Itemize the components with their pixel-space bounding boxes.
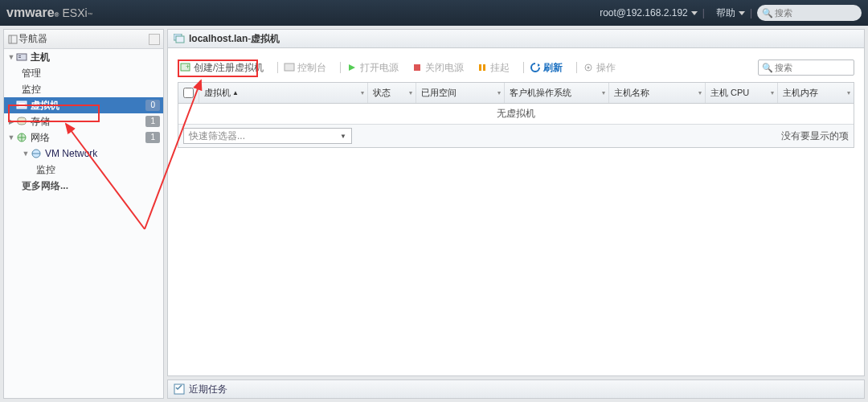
svg-rect-17 <box>479 64 481 71</box>
column-used-space[interactable]: 已用空间▾ <box>416 83 505 103</box>
help-label: 帮助 <box>716 6 735 20</box>
tree-vmnetwork-label: VM Network <box>45 148 97 159</box>
top-header: vmware® ESXi™ root@192.168.2.192 | 帮助 | … <box>0 0 868 26</box>
create-vm-button[interactable]: + 创建/注册虚拟机 <box>178 60 266 76</box>
tree-vm-badge: 0 <box>145 100 160 111</box>
power-off-button[interactable]: 关闭电源 <box>409 60 466 76</box>
svg-marker-15 <box>349 64 355 71</box>
tree-host-label: 主机 <box>31 51 50 64</box>
svg-rect-22 <box>174 384 184 394</box>
column-host-mem[interactable]: 主机内存▾ <box>778 83 854 103</box>
vm-search-input[interactable] <box>775 63 851 72</box>
tree-more-networks[interactable]: 更多网络... <box>4 178 163 194</box>
suspend-button[interactable]: 挂起 <box>474 60 512 76</box>
tree-vm-label: 虚拟机 <box>31 99 59 113</box>
gear-icon <box>583 62 594 73</box>
chevron-down-icon[interactable]: ▾ <box>409 89 412 96</box>
chevron-down-icon[interactable]: ▾ <box>771 89 774 96</box>
tree-host-monitor[interactable]: 监控 <box>4 81 163 97</box>
tree-storage[interactable]: ▶ 存储 1 <box>4 113 163 129</box>
main-panel: + 创建/注册虚拟机 控制台 打开电源 关闭电源 <box>167 48 865 376</box>
chevron-down-icon[interactable]: ▾ <box>602 89 605 96</box>
power-on-button[interactable]: 打开电源 <box>344 60 401 76</box>
chevron-down-icon[interactable]: ▾ <box>847 89 850 96</box>
global-search-input[interactable] <box>775 8 851 18</box>
column-status[interactable]: 状态▾ <box>368 83 416 103</box>
svg-rect-2 <box>17 54 27 60</box>
collapse-icon[interactable]: ▼ <box>22 150 30 158</box>
svg-rect-18 <box>483 64 485 71</box>
select-all-checkbox[interactable] <box>183 88 194 98</box>
vm-network-icon <box>30 148 43 159</box>
separator <box>340 62 341 73</box>
separator: | <box>702 7 705 18</box>
pin-icon[interactable] <box>149 34 160 45</box>
vm-group-icon <box>173 32 186 45</box>
create-vm-icon: + <box>180 62 191 73</box>
vm-icon <box>15 100 28 111</box>
power-on-label: 打开电源 <box>360 61 399 75</box>
column-checkbox[interactable] <box>178 83 199 103</box>
expand-icon[interactable]: ▶ <box>7 117 15 125</box>
svg-point-21 <box>588 67 590 69</box>
tree-network-badge: 1 <box>145 132 160 143</box>
vmware-logo: vmware® ESXi™ <box>6 6 93 20</box>
content-area: localhost.lan - 虚拟机 + 创建/注册虚拟机 控制台 打 <box>167 29 865 399</box>
svg-rect-4 <box>18 57 21 58</box>
stop-icon <box>411 62 423 73</box>
logo-vm: vm <box>6 6 25 20</box>
recent-tasks-label: 近期任务 <box>189 383 227 396</box>
tree-host[interactable]: ▼ 主机 <box>4 49 163 65</box>
chevron-down-icon[interactable]: ▾ <box>361 89 364 96</box>
grid-header-row: 虚拟机▲▾ 状态▾ 已用空间▾ 客户机操作系统▾ 主机名称▾ 主机 CPU▾ 主… <box>178 83 854 104</box>
sort-asc-icon: ▲ <box>232 89 239 96</box>
collapse-icon[interactable]: ▼ <box>7 53 15 61</box>
breadcrumb-bar: localhost.lan - 虚拟机 <box>167 29 865 48</box>
tree-storage-label: 存储 <box>31 115 50 129</box>
storage-icon <box>15 116 28 127</box>
svg-rect-16 <box>414 64 420 71</box>
separator <box>523 62 524 73</box>
tree-network[interactable]: ▼ 网络 1 <box>4 129 163 146</box>
column-host-cpu[interactable]: 主机 CPU▾ <box>706 83 778 103</box>
logo-esxi: ESXi <box>63 6 88 19</box>
vm-search[interactable]: 🔍 <box>758 59 854 76</box>
logo-ware: ware <box>25 6 54 20</box>
user-menu[interactable]: root@192.168.2.192 <box>600 7 698 18</box>
actions-button[interactable]: 操作 <box>580 60 618 76</box>
refresh-button[interactable]: 刷新 <box>527 60 565 76</box>
power-off-label: 关闭电源 <box>425 61 464 75</box>
column-host-name[interactable]: 主机名称▾ <box>609 83 706 103</box>
no-items-label: 没有要显示的项 <box>781 129 849 143</box>
actions-label: 操作 <box>596 61 616 75</box>
collapse-icon[interactable]: ▼ <box>7 133 15 142</box>
separator <box>576 62 577 73</box>
console-button[interactable]: 控制台 <box>281 60 329 76</box>
refresh-icon <box>530 62 541 73</box>
tree-vm[interactable]: 虚拟机 0 <box>4 97 163 113</box>
grid-empty-message: 无虚拟机 <box>178 104 854 125</box>
suspend-label: 挂起 <box>490 61 510 75</box>
column-vm[interactable]: 虚拟机▲▾ <box>199 83 368 103</box>
chevron-down-icon[interactable]: ▾ <box>698 89 702 96</box>
svg-rect-3 <box>18 55 21 56</box>
help-menu[interactable]: 帮助 <box>716 6 745 20</box>
svg-rect-6 <box>18 103 25 107</box>
grid-footer: 快速筛选器... ▼ 没有要显示的项 <box>178 125 854 147</box>
tree-vmnetwork[interactable]: ▼ VM Network <box>4 146 163 162</box>
quick-filter-dropdown[interactable]: 快速筛选器... ▼ <box>183 128 352 144</box>
console-icon <box>284 62 295 73</box>
navigator-tree: ▼ 主机 管理 监控 虚拟机 0 ▶ 存储 1 ▼ 网络 <box>4 49 163 398</box>
tree-vmnetwork-monitor[interactable]: 监控 <box>4 162 163 178</box>
user-label: root@192.168.2.192 <box>600 7 688 18</box>
search-icon: 🔍 <box>762 8 773 18</box>
tree-host-manage[interactable]: 管理 <box>4 65 163 81</box>
column-guest-os[interactable]: 客户机操作系统▾ <box>505 83 609 103</box>
breadcrumb-page: 虚拟机 <box>251 32 280 46</box>
global-search[interactable]: 🔍 <box>757 5 862 21</box>
navigator-title: 导航器 <box>18 32 47 46</box>
recent-tasks-bar[interactable]: 近期任务 <box>167 379 865 399</box>
quick-filter-label: 快速筛选器... <box>189 129 245 143</box>
chevron-down-icon[interactable]: ▾ <box>497 89 501 96</box>
svg-marker-19 <box>538 64 540 67</box>
